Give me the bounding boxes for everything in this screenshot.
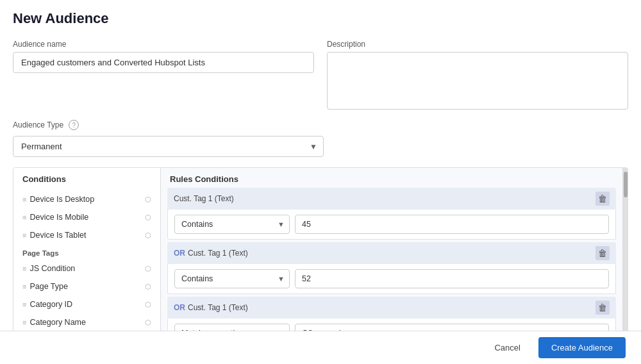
drag-handle-icon: ≡ (22, 318, 26, 326)
rule-header: ORCust. Tag 1 (Text) 🗑 (167, 297, 616, 318)
drag-handle-icon: ≡ (22, 231, 26, 239)
list-item[interactable]: ≡ Device Is Tablet ⬡ (13, 226, 160, 244)
rule-value-input[interactable] (295, 269, 609, 288)
list-item[interactable]: ≡ Device Is Mobile ⬡ (13, 208, 160, 226)
condition-label: Device Is Mobile (29, 213, 88, 222)
audience-type-select-wrapper: Permanent Temporary Session ▼ (13, 136, 324, 157)
rule-group: Cust. Tag 1 (Text) 🗑 Contains Matches ex… (167, 188, 616, 240)
rule-body: Contains Matches exactly Does not contai… (167, 264, 616, 294)
page-tags-section-label: Page Tags (13, 244, 160, 260)
list-item[interactable]: ≡ Page Type ⬡ (13, 277, 160, 295)
audience-name-input[interactable] (13, 52, 314, 73)
drag-handle-icon: ≡ (22, 213, 26, 221)
cancel-button[interactable]: Cancel (484, 338, 530, 358)
condition-label: Device Is Tablet (29, 231, 86, 240)
delete-rule-icon[interactable]: 🗑 (595, 192, 610, 206)
footer-bar: Cancel Create Audience (0, 331, 641, 364)
export-icon[interactable]: ⬡ (145, 318, 151, 327)
list-item[interactable]: ≡ JS Condition ⬡ (13, 260, 160, 277)
description-input[interactable] (327, 52, 628, 110)
rule-body: Contains Matches exactly Does not contai… (167, 210, 616, 240)
export-icon[interactable]: ⬡ (145, 195, 151, 204)
create-audience-button[interactable]: Create Audience (538, 337, 626, 358)
rule-operator-select[interactable]: Contains Matches exactly Does not contai… (174, 269, 290, 288)
rule-group-label: Cust. Tag 1 (Text) (174, 194, 234, 203)
export-icon[interactable]: ⬡ (145, 265, 151, 273)
rule-header: ORCust. Tag 1 (Text) 🗑 (167, 242, 616, 264)
condition-label: Page Type (29, 282, 68, 291)
rule-group-label: ORCust. Tag 1 (Text) (174, 303, 248, 312)
list-item[interactable]: ≡ Device Is Desktop ⬡ (13, 190, 160, 208)
audience-name-label: Audience name (13, 40, 314, 49)
condition-label: Device Is Desktop (29, 195, 94, 204)
rules-header: Rules Conditions (161, 168, 622, 188)
page-title: New Audience (13, 10, 628, 27)
drag-handle-icon: ≡ (22, 195, 26, 203)
audience-type-select[interactable]: Permanent Temporary Session (13, 136, 324, 157)
audience-type-help-icon[interactable]: ? (69, 120, 79, 130)
audience-type-label: Audience Type (13, 120, 63, 129)
drag-handle-icon: ≡ (22, 283, 26, 290)
list-item[interactable]: ≡ Category Name ⬡ (13, 313, 160, 331)
description-label: Description (327, 40, 628, 49)
rule-operator-select[interactable]: Contains Matches exactly Does not contai… (174, 215, 290, 234)
rule-group-label: ORCust. Tag 1 (Text) (174, 249, 248, 258)
condition-label: Category ID (29, 300, 72, 309)
drag-handle-icon: ≡ (22, 301, 26, 308)
rule-value-input[interactable] (295, 215, 609, 234)
export-icon[interactable]: ⬡ (145, 231, 151, 240)
export-icon[interactable]: ⬡ (145, 283, 151, 291)
condition-label: JS Condition (29, 264, 75, 273)
export-icon[interactable]: ⬡ (145, 301, 151, 309)
rule-group: ORCust. Tag 1 (Text) 🗑 Contains Matches … (167, 242, 616, 294)
drag-handle-icon: ≡ (22, 265, 26, 272)
export-icon[interactable]: ⬡ (145, 213, 151, 222)
conditions-header: Conditions (13, 168, 160, 188)
rule-header: Cust. Tag 1 (Text) 🗑 (167, 188, 616, 210)
delete-rule-icon[interactable]: 🗑 (595, 246, 610, 260)
delete-rule-icon[interactable]: 🗑 (595, 301, 610, 315)
scrollbar-thumb (624, 172, 628, 197)
condition-label: Category Name (29, 318, 86, 327)
list-item[interactable]: ≡ Category ID ⬡ (13, 295, 160, 313)
